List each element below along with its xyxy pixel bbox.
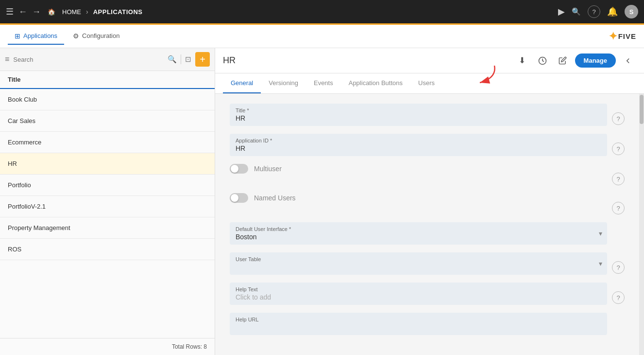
search-input[interactable] [13, 56, 164, 63]
help-text-label: Help Text [236, 286, 601, 292]
tab-general[interactable]: General [223, 73, 261, 93]
tab-users[interactable]: Users [410, 73, 442, 93]
form-row-named-users: Named Users ? [230, 193, 625, 214]
scrollbar-thumb[interactable] [640, 95, 644, 124]
help-text-value: Click to add [236, 293, 601, 301]
named-users-help-icon[interactable]: ? [612, 202, 625, 214]
help-url-value [236, 323, 601, 331]
app-id-value: HR [236, 144, 601, 152]
right-panel: HR ⬇ Manage [215, 48, 644, 355]
list-item-portfolio-v2[interactable]: PortfolioV-2.1 [0, 196, 215, 217]
secondbar: ⊞ Applications ⚙ Configuration ✦ FIVE [0, 25, 644, 48]
manage-button[interactable]: Manage [575, 53, 616, 68]
download-button[interactable]: ⬇ [514, 53, 530, 69]
search-topbar-icon[interactable]: 🔍 [572, 7, 581, 16]
app-id-label: Application ID * [236, 138, 601, 143]
default-ui-label: Default User Interface * [236, 226, 601, 232]
applications-tab-label: Applications [23, 32, 57, 39]
configuration-tab-icon: ⚙ [73, 32, 79, 40]
home-label: HOME [62, 8, 81, 16]
left-panel: ≡ 🔍 ⊡ + Title Book Club Car Sales Ecomme… [0, 48, 215, 355]
title-value: HR [236, 114, 601, 122]
menu-icon[interactable]: ☰ [6, 6, 14, 17]
topbar: ☰ ← → 🏠 HOME › APPLICATIONS ▶ 🔍 ? 🔔 S [0, 0, 644, 23]
configuration-tab-label: Configuration [82, 32, 119, 39]
list-item-book-club[interactable]: Book Club [0, 89, 215, 110]
tab-app-buttons[interactable]: Application Buttons [341, 73, 410, 93]
back-nav-icon[interactable]: ← [18, 7, 27, 17]
form-row-app-id: Application ID * HR ? [230, 134, 625, 156]
help-text-help-icon[interactable]: ? [612, 291, 625, 304]
right-header: HR ⬇ Manage [215, 48, 644, 73]
multiuser-help-icon[interactable]: ? [612, 173, 625, 185]
form-row-help-text: Help Text Click to add ? [230, 283, 625, 305]
form-row-multiuser: Multiuser ? [230, 164, 625, 185]
app-id-help-icon[interactable]: ? [612, 142, 625, 155]
form-row-default-ui: Default User Interface * Boston ▾ [230, 222, 625, 245]
list-item-car-sales[interactable]: Car Sales [0, 110, 215, 132]
list-items: Book Club Car Sales Ecommerce HR Portfol… [0, 89, 215, 338]
search-divider [181, 54, 181, 64]
user-table-field[interactable]: User Table ▾ [230, 252, 607, 275]
list-item-portfolio[interactable]: Portfolio [0, 175, 215, 196]
form-row-title: Title * HR ? [230, 104, 625, 126]
help-text-field[interactable]: Help Text Click to add [230, 283, 607, 305]
title-label: Title * [236, 107, 601, 113]
tab-events[interactable]: Events [306, 73, 341, 93]
right-panel-container: Title * HR ? Application ID * HR [215, 94, 644, 355]
record-title: HR [223, 55, 236, 66]
multiuser-toggle-row: Multiuser [230, 164, 607, 174]
tab-configuration[interactable]: ⚙ Configuration [66, 28, 126, 45]
filter-icon[interactable]: ≡ [5, 55, 9, 64]
breadcrumb-separator: › [86, 8, 88, 16]
default-ui-chevron: ▾ [599, 230, 602, 237]
search-bar: ≡ 🔍 ⊡ + [0, 48, 215, 71]
tab-versioning[interactable]: Versioning [261, 73, 306, 93]
help-url-label: Help URL [236, 317, 601, 322]
title-field[interactable]: Title * HR [230, 104, 607, 126]
default-ui-field[interactable]: Default User Interface * Boston ▾ [230, 222, 607, 245]
named-users-label: Named Users [254, 194, 296, 202]
user-table-help-icon[interactable]: ? [612, 261, 625, 274]
named-users-toggle[interactable] [230, 193, 248, 203]
history-button[interactable] [534, 53, 551, 69]
edit-button[interactable] [555, 53, 571, 69]
search-icon[interactable]: 🔍 [168, 55, 177, 64]
list-item-property-mgmt[interactable]: Property Management [0, 217, 215, 239]
form-area: Title * HR ? Application ID * HR [215, 94, 639, 355]
user-table-value [236, 263, 601, 271]
forward-nav-icon[interactable]: → [32, 7, 41, 17]
five-logo: ✦ FIVE [609, 30, 636, 43]
total-rows: Total Rows: 8 [0, 338, 215, 355]
breadcrumb-apps: APPLICATIONS [93, 8, 143, 16]
multiuser-toggle[interactable] [230, 164, 248, 174]
list-item-ecommerce[interactable]: Ecommerce [0, 132, 215, 153]
default-ui-value: Boston [236, 233, 601, 241]
play-icon[interactable]: ▶ [558, 6, 565, 17]
multiuser-label: Multiuser [254, 165, 282, 173]
help-url-field[interactable]: Help URL [230, 313, 607, 335]
named-users-toggle-row: Named Users [230, 193, 607, 203]
user-table-label: User Table [236, 256, 601, 262]
tab-applications[interactable]: ⊞ Applications [8, 28, 64, 45]
right-tabs: General Versioning Events Application Bu… [215, 73, 644, 94]
scrollbar-track[interactable] [639, 94, 644, 355]
app-id-field[interactable]: Application ID * HR [230, 134, 607, 156]
user-table-chevron: ▾ [599, 260, 602, 267]
main-layout: ≡ 🔍 ⊡ + Title Book Club Car Sales Ecomme… [0, 48, 644, 355]
user-avatar[interactable]: S [625, 5, 638, 18]
list-item-hr[interactable]: HR [0, 153, 215, 175]
list-item-ros[interactable]: ROS [0, 239, 215, 260]
add-button[interactable]: + [195, 52, 210, 67]
right-actions: ⬇ Manage [514, 53, 636, 69]
back-button[interactable] [620, 53, 636, 69]
form-row-user-table: User Table ▾ ? [230, 252, 625, 275]
title-help-icon[interactable]: ? [612, 112, 625, 125]
applications-tab-icon: ⊞ [15, 32, 20, 40]
form-row-help-url: Help URL [230, 313, 625, 335]
help-topbar-icon[interactable]: ? [588, 5, 600, 18]
bell-icon[interactable]: 🔔 [607, 6, 618, 17]
table-header-title: Title [0, 71, 215, 89]
export-icon[interactable]: ⊡ [185, 55, 191, 64]
home-nav[interactable]: HOME [62, 8, 81, 16]
